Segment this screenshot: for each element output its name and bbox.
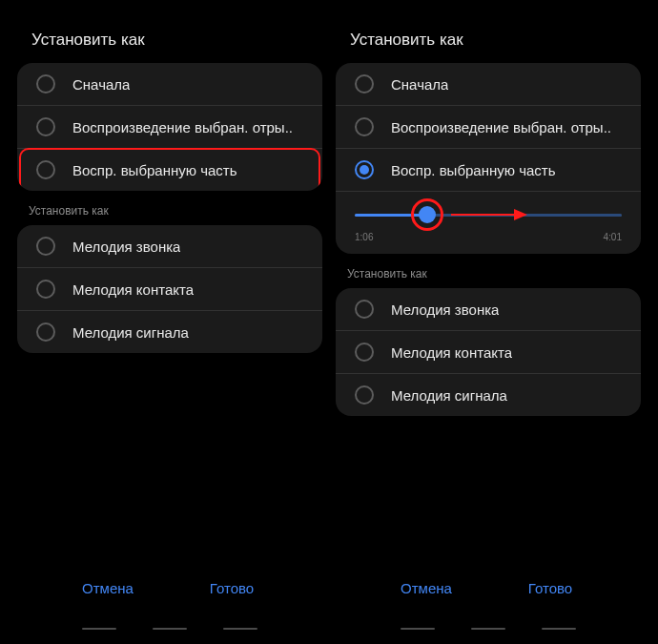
target-options-card: Мелодия звонка Мелодия контакта Мелодия … <box>336 288 641 416</box>
option-play-selected-excerpt[interactable]: Воспроизведение выбран. отры.. <box>336 106 641 149</box>
target-ringtone[interactable]: Мелодия звонка <box>336 288 641 331</box>
target-label: Мелодия звонка <box>391 301 499 318</box>
target-label: Мелодия сигнала <box>391 387 507 404</box>
footer-buttons: Отмена Готово <box>17 571 322 606</box>
time-labels: 1:06 4:01 <box>355 232 622 242</box>
nav-recent-icon[interactable] <box>82 628 116 630</box>
done-button[interactable]: Готово <box>170 571 294 606</box>
target-contact[interactable]: Мелодия контакта <box>17 268 322 311</box>
radio-icon <box>36 160 55 179</box>
nav-back-icon[interactable] <box>542 628 576 630</box>
option-label: Сначала <box>391 76 448 93</box>
target-label: Мелодия сигнала <box>72 324 189 341</box>
option-play-selected-part[interactable]: Воспр. выбранную часть <box>336 149 641 191</box>
panel-left: Установить как Сначала Воспроизведение в… <box>17 10 322 634</box>
target-label: Мелодия звонка <box>72 239 180 255</box>
radio-icon <box>36 280 55 299</box>
set-as-title: Установить как <box>336 10 641 63</box>
radio-icon <box>36 74 55 93</box>
radio-icon <box>36 117 55 136</box>
target-label: Мелодия контакта <box>391 344 512 361</box>
radio-icon <box>355 343 374 362</box>
cancel-button[interactable]: Отмена <box>364 571 488 606</box>
done-button[interactable]: Готово <box>488 571 612 606</box>
option-label: Воспр. выбранную часть <box>72 162 237 178</box>
option-play-selected-excerpt[interactable]: Воспроизведение выбран. отры.. <box>17 106 322 149</box>
option-label: Воспроизведение выбран. отры.. <box>391 119 611 135</box>
playback-options-card: Сначала Воспроизведение выбран. отры.. В… <box>336 63 641 254</box>
playback-options-card: Сначала Воспроизведение выбран. отры.. В… <box>17 63 322 191</box>
nav-back-icon[interactable] <box>223 628 257 630</box>
radio-icon <box>36 237 55 256</box>
option-from-start[interactable]: Сначала <box>17 63 322 106</box>
slider-thumb[interactable] <box>419 206 436 223</box>
cancel-button[interactable]: Отмена <box>46 571 170 606</box>
time-start: 1:06 <box>355 232 373 242</box>
radio-icon <box>355 385 374 405</box>
target-alarm[interactable]: Мелодия сигнала <box>336 374 641 416</box>
time-end: 4:01 <box>604 232 622 242</box>
slider-fill <box>427 214 622 217</box>
option-label: Сначала <box>72 76 130 93</box>
nav-bar <box>336 628 641 630</box>
target-contact[interactable]: Мелодия контакта <box>336 331 641 374</box>
radio-icon <box>355 160 374 179</box>
audio-range-slider[interactable]: 1:06 4:01 <box>336 191 641 254</box>
set-as-subtitle: Установить как <box>17 191 322 225</box>
option-play-selected-part[interactable]: Воспр. выбранную часть <box>17 149 322 191</box>
option-label: Воспр. выбранную часть <box>391 162 556 178</box>
slider-fill-active <box>355 214 427 217</box>
set-as-subtitle: Установить как <box>336 254 641 288</box>
target-ringtone[interactable]: Мелодия звонка <box>17 225 322 268</box>
target-label: Мелодия контакта <box>72 281 194 298</box>
target-alarm[interactable]: Мелодия сигнала <box>17 311 322 353</box>
set-as-title: Установить как <box>17 10 322 63</box>
radio-icon <box>355 74 374 93</box>
nav-bar <box>17 628 322 630</box>
radio-icon <box>36 322 55 342</box>
radio-icon <box>355 300 374 319</box>
option-label: Воспроизведение выбран. отры.. <box>72 119 293 135</box>
footer-buttons: Отмена Готово <box>336 571 641 606</box>
nav-home-icon[interactable] <box>153 628 187 630</box>
option-from-start[interactable]: Сначала <box>336 63 641 106</box>
panel-right: Установить как Сначала Воспроизведение в… <box>336 10 641 634</box>
nav-recent-icon[interactable] <box>401 628 435 630</box>
nav-home-icon[interactable] <box>471 628 505 630</box>
target-options-card: Мелодия звонка Мелодия контакта Мелодия … <box>17 225 322 353</box>
radio-icon <box>355 117 374 136</box>
